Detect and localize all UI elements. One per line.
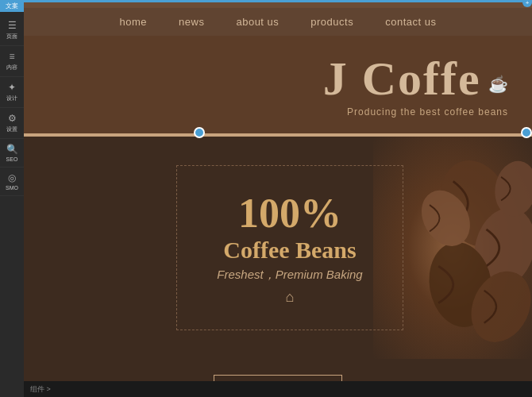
hero-text-box: 100% Coffee Beans Freshest，Premium Bakin… (176, 165, 403, 330)
hero-section: 在此表单组件上编辑 (24, 137, 532, 359)
hero-percent: 100% (217, 190, 362, 237)
sidebar-label-pages: 页面 (6, 33, 17, 40)
seo-icon: 🔍 (6, 144, 18, 155)
sidebar-badge: 文案 (0, 0, 24, 12)
drag-handle-right[interactable] (521, 127, 532, 138)
sidebar-item-pages[interactable]: ☰ 页面 (0, 15, 24, 46)
smo-icon: ◎ (8, 172, 16, 183)
nav-home[interactable]: home (120, 16, 148, 28)
brand-section: J Coffe ☕ Producing the best coffee bean… (24, 36, 532, 133)
bottom-bar: 组件 > (24, 381, 532, 397)
brand-subtitle: Producing the best coffee beans (48, 106, 508, 118)
home-icon: ⌂ (217, 289, 362, 306)
header-section: home news about us products contact us J… (24, 0, 532, 133)
navigation: home news about us products contact us (24, 8, 532, 36)
main-content: + home news about us products contact us… (24, 0, 532, 397)
sidebar-item-settings[interactable]: ⚙ 设置 (0, 108, 24, 139)
sidebar-item-content[interactable]: ≡ 内容 (0, 46, 24, 77)
bottom-bar-label: 组件 > (30, 384, 51, 395)
sidebar-label-seo: SEO (6, 156, 18, 162)
sidebar-label-settings: 设置 (6, 125, 17, 133)
nav-news[interactable]: news (179, 16, 204, 28)
settings-icon: ⚙ (8, 113, 17, 124)
hero-description: Freshest，Premium Baking (217, 268, 362, 283)
sidebar-label-content: 内容 (6, 64, 17, 71)
design-icon: ✦ (8, 82, 16, 93)
nav-about[interactable]: about us (236, 16, 279, 28)
nav-products[interactable]: products (310, 16, 353, 28)
sidebar-item-smo[interactable]: ◎ SMO (0, 168, 24, 196)
content-icon: ≡ (9, 51, 14, 62)
sidebar-label-smo: SMO (6, 185, 18, 191)
nav-contact[interactable]: contact us (385, 16, 436, 28)
sidebar: 文案 ☰ 页面 ≡ 内容 ✦ 设计 ⚙ 设置 🔍 SEO ◎ SMO (0, 0, 24, 397)
drag-handle-left[interactable] (194, 127, 205, 138)
sidebar-item-design[interactable]: ✦ 设计 (0, 77, 24, 108)
hero-product: Coffee Beans (217, 237, 362, 264)
coffee-bean-svg (381, 145, 532, 351)
pages-icon: ☰ (8, 20, 17, 31)
top-selection-border: + (24, 0, 532, 2)
brand-title: J Coffe ☕ (48, 52, 508, 106)
sidebar-item-seo[interactable]: 🔍 SEO (0, 139, 24, 168)
sidebar-label-design: 设计 (6, 94, 17, 102)
coffee-bean-icon: ☕ (488, 75, 508, 94)
